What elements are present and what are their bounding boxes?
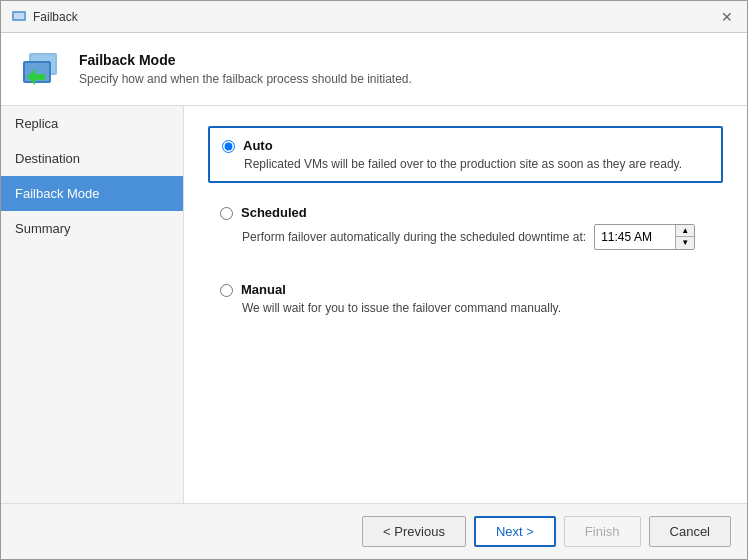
window-title: Failback: [33, 10, 78, 24]
window: Failback ✕ Failback Mode Specify how and…: [0, 0, 748, 560]
manual-option-box: Manual We will wait for you to issue the…: [208, 272, 723, 325]
sidebar-item-summary[interactable]: Summary: [1, 211, 183, 246]
header-icon: [17, 45, 65, 93]
scheduled-time-field[interactable]: [595, 228, 675, 246]
time-up-button[interactable]: ▲: [676, 225, 694, 237]
sidebar: Replica Destination Failback Mode Summar…: [1, 106, 184, 503]
content: Replica Destination Failback Mode Summar…: [1, 106, 747, 503]
time-spinner: ▲ ▼: [675, 225, 694, 249]
window-icon: [11, 9, 27, 25]
window-close-button[interactable]: ✕: [717, 7, 737, 27]
header-title: Failback Mode: [79, 52, 412, 68]
main-content: Auto Replicated VMs will be failed over …: [184, 106, 747, 503]
auto-label: Auto: [243, 138, 273, 153]
header-text: Failback Mode Specify how and when the f…: [79, 52, 412, 86]
sidebar-item-failback-mode[interactable]: Failback Mode: [1, 176, 183, 211]
time-down-button[interactable]: ▼: [676, 237, 694, 249]
time-input-container: ▲ ▼: [594, 224, 695, 250]
manual-description: We will wait for you to issue the failov…: [242, 301, 711, 315]
option-group: Auto Replicated VMs will be failed over …: [208, 126, 723, 325]
manual-label: Manual: [241, 282, 286, 297]
scheduled-option-box: Scheduled Perform failover automatically…: [208, 195, 723, 260]
scheduled-label: Scheduled: [241, 205, 307, 220]
cancel-button[interactable]: Cancel: [649, 516, 731, 547]
sidebar-item-replica[interactable]: Replica: [1, 106, 183, 141]
scheduled-desc-text: Perform failover automatically during th…: [242, 230, 586, 244]
header: Failback Mode Specify how and when the f…: [1, 33, 747, 106]
scheduled-radio[interactable]: [220, 207, 233, 220]
manual-radio[interactable]: [220, 284, 233, 297]
auto-description: Replicated VMs will be failed over to th…: [244, 157, 709, 171]
finish-button[interactable]: Finish: [564, 516, 641, 547]
auto-radio[interactable]: [222, 140, 235, 153]
svg-rect-1: [14, 13, 24, 19]
previous-button[interactable]: < Previous: [362, 516, 466, 547]
header-subtitle: Specify how and when the failback proces…: [79, 72, 412, 86]
sidebar-item-destination[interactable]: Destination: [1, 141, 183, 176]
scheduled-time-row: Perform failover automatically during th…: [242, 224, 711, 250]
footer: < Previous Next > Finish Cancel: [1, 503, 747, 559]
manual-option-row: Manual: [220, 282, 711, 297]
next-button[interactable]: Next >: [474, 516, 556, 547]
title-bar: Failback ✕: [1, 1, 747, 33]
scheduled-option-row: Scheduled: [220, 205, 711, 220]
auto-option-row: Auto: [222, 138, 709, 153]
auto-option-box: Auto Replicated VMs will be failed over …: [208, 126, 723, 183]
title-bar-left: Failback: [11, 9, 78, 25]
